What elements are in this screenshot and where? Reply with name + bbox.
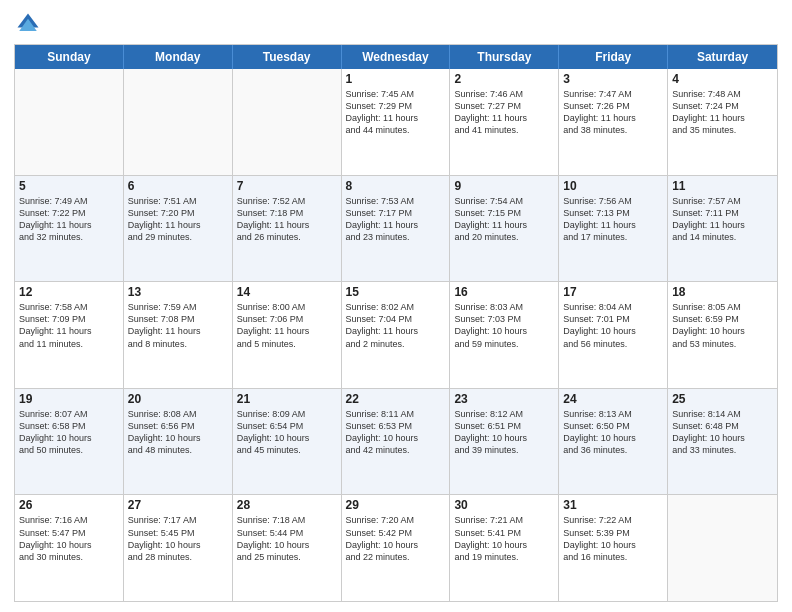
day-info: Sunrise: 7:21 AM Sunset: 5:41 PM Dayligh…: [454, 514, 554, 563]
weekday-header-thursday: Thursday: [450, 45, 559, 69]
day-number: 20: [128, 392, 228, 406]
day-number: 5: [19, 179, 119, 193]
calendar-day-21: 21Sunrise: 8:09 AM Sunset: 6:54 PM Dayli…: [233, 389, 342, 495]
day-info: Sunrise: 7:45 AM Sunset: 7:29 PM Dayligh…: [346, 88, 446, 137]
calendar-day-4: 4Sunrise: 7:48 AM Sunset: 7:24 PM Daylig…: [668, 69, 777, 175]
day-number: 7: [237, 179, 337, 193]
day-info: Sunrise: 7:57 AM Sunset: 7:11 PM Dayligh…: [672, 195, 773, 244]
day-number: 27: [128, 498, 228, 512]
day-info: Sunrise: 8:12 AM Sunset: 6:51 PM Dayligh…: [454, 408, 554, 457]
day-number: 19: [19, 392, 119, 406]
day-info: Sunrise: 7:56 AM Sunset: 7:13 PM Dayligh…: [563, 195, 663, 244]
day-number: 24: [563, 392, 663, 406]
day-info: Sunrise: 7:18 AM Sunset: 5:44 PM Dayligh…: [237, 514, 337, 563]
calendar-empty-cell: [15, 69, 124, 175]
day-number: 2: [454, 72, 554, 86]
weekday-header-sunday: Sunday: [15, 45, 124, 69]
calendar-day-6: 6Sunrise: 7:51 AM Sunset: 7:20 PM Daylig…: [124, 176, 233, 282]
day-number: 12: [19, 285, 119, 299]
calendar-day-17: 17Sunrise: 8:04 AM Sunset: 7:01 PM Dayli…: [559, 282, 668, 388]
calendar-day-11: 11Sunrise: 7:57 AM Sunset: 7:11 PM Dayli…: [668, 176, 777, 282]
day-info: Sunrise: 7:58 AM Sunset: 7:09 PM Dayligh…: [19, 301, 119, 350]
calendar-row-4: 19Sunrise: 8:07 AM Sunset: 6:58 PM Dayli…: [15, 388, 777, 495]
day-info: Sunrise: 8:09 AM Sunset: 6:54 PM Dayligh…: [237, 408, 337, 457]
calendar-day-8: 8Sunrise: 7:53 AM Sunset: 7:17 PM Daylig…: [342, 176, 451, 282]
day-info: Sunrise: 7:46 AM Sunset: 7:27 PM Dayligh…: [454, 88, 554, 137]
calendar-row-2: 5Sunrise: 7:49 AM Sunset: 7:22 PM Daylig…: [15, 175, 777, 282]
day-info: Sunrise: 7:49 AM Sunset: 7:22 PM Dayligh…: [19, 195, 119, 244]
day-number: 18: [672, 285, 773, 299]
calendar-row-3: 12Sunrise: 7:58 AM Sunset: 7:09 PM Dayli…: [15, 281, 777, 388]
day-number: 31: [563, 498, 663, 512]
calendar-day-28: 28Sunrise: 7:18 AM Sunset: 5:44 PM Dayli…: [233, 495, 342, 601]
calendar-day-19: 19Sunrise: 8:07 AM Sunset: 6:58 PM Dayli…: [15, 389, 124, 495]
day-number: 30: [454, 498, 554, 512]
logo-icon: [14, 10, 42, 38]
day-info: Sunrise: 7:22 AM Sunset: 5:39 PM Dayligh…: [563, 514, 663, 563]
day-info: Sunrise: 7:48 AM Sunset: 7:24 PM Dayligh…: [672, 88, 773, 137]
calendar-day-15: 15Sunrise: 8:02 AM Sunset: 7:04 PM Dayli…: [342, 282, 451, 388]
day-info: Sunrise: 8:00 AM Sunset: 7:06 PM Dayligh…: [237, 301, 337, 350]
day-info: Sunrise: 7:59 AM Sunset: 7:08 PM Dayligh…: [128, 301, 228, 350]
day-info: Sunrise: 7:52 AM Sunset: 7:18 PM Dayligh…: [237, 195, 337, 244]
calendar-day-23: 23Sunrise: 8:12 AM Sunset: 6:51 PM Dayli…: [450, 389, 559, 495]
calendar-empty-cell: [233, 69, 342, 175]
day-number: 28: [237, 498, 337, 512]
day-info: Sunrise: 7:51 AM Sunset: 7:20 PM Dayligh…: [128, 195, 228, 244]
calendar-day-31: 31Sunrise: 7:22 AM Sunset: 5:39 PM Dayli…: [559, 495, 668, 601]
day-info: Sunrise: 8:05 AM Sunset: 6:59 PM Dayligh…: [672, 301, 773, 350]
day-number: 9: [454, 179, 554, 193]
weekday-header-saturday: Saturday: [668, 45, 777, 69]
calendar-day-2: 2Sunrise: 7:46 AM Sunset: 7:27 PM Daylig…: [450, 69, 559, 175]
calendar: SundayMondayTuesdayWednesdayThursdayFrid…: [14, 44, 778, 602]
day-number: 21: [237, 392, 337, 406]
calendar-day-1: 1Sunrise: 7:45 AM Sunset: 7:29 PM Daylig…: [342, 69, 451, 175]
day-info: Sunrise: 7:20 AM Sunset: 5:42 PM Dayligh…: [346, 514, 446, 563]
day-number: 6: [128, 179, 228, 193]
day-number: 8: [346, 179, 446, 193]
day-number: 10: [563, 179, 663, 193]
header: [14, 10, 778, 38]
calendar-day-22: 22Sunrise: 8:11 AM Sunset: 6:53 PM Dayli…: [342, 389, 451, 495]
day-number: 3: [563, 72, 663, 86]
day-info: Sunrise: 7:53 AM Sunset: 7:17 PM Dayligh…: [346, 195, 446, 244]
calendar-day-26: 26Sunrise: 7:16 AM Sunset: 5:47 PM Dayli…: [15, 495, 124, 601]
calendar-day-7: 7Sunrise: 7:52 AM Sunset: 7:18 PM Daylig…: [233, 176, 342, 282]
weekday-header-wednesday: Wednesday: [342, 45, 451, 69]
calendar-day-10: 10Sunrise: 7:56 AM Sunset: 7:13 PM Dayli…: [559, 176, 668, 282]
day-number: 22: [346, 392, 446, 406]
day-number: 15: [346, 285, 446, 299]
day-info: Sunrise: 7:17 AM Sunset: 5:45 PM Dayligh…: [128, 514, 228, 563]
calendar-empty-cell: [124, 69, 233, 175]
day-info: Sunrise: 8:13 AM Sunset: 6:50 PM Dayligh…: [563, 408, 663, 457]
day-info: Sunrise: 8:08 AM Sunset: 6:56 PM Dayligh…: [128, 408, 228, 457]
day-info: Sunrise: 7:54 AM Sunset: 7:15 PM Dayligh…: [454, 195, 554, 244]
calendar-day-5: 5Sunrise: 7:49 AM Sunset: 7:22 PM Daylig…: [15, 176, 124, 282]
day-info: Sunrise: 8:11 AM Sunset: 6:53 PM Dayligh…: [346, 408, 446, 457]
day-number: 14: [237, 285, 337, 299]
calendar-header: SundayMondayTuesdayWednesdayThursdayFrid…: [15, 45, 777, 69]
day-info: Sunrise: 7:16 AM Sunset: 5:47 PM Dayligh…: [19, 514, 119, 563]
calendar-row-5: 26Sunrise: 7:16 AM Sunset: 5:47 PM Dayli…: [15, 494, 777, 601]
day-info: Sunrise: 8:07 AM Sunset: 6:58 PM Dayligh…: [19, 408, 119, 457]
day-info: Sunrise: 8:02 AM Sunset: 7:04 PM Dayligh…: [346, 301, 446, 350]
day-info: Sunrise: 7:47 AM Sunset: 7:26 PM Dayligh…: [563, 88, 663, 137]
day-info: Sunrise: 8:14 AM Sunset: 6:48 PM Dayligh…: [672, 408, 773, 457]
day-info: Sunrise: 8:04 AM Sunset: 7:01 PM Dayligh…: [563, 301, 663, 350]
weekday-header-tuesday: Tuesday: [233, 45, 342, 69]
day-number: 17: [563, 285, 663, 299]
calendar-day-20: 20Sunrise: 8:08 AM Sunset: 6:56 PM Dayli…: [124, 389, 233, 495]
page: SundayMondayTuesdayWednesdayThursdayFrid…: [0, 0, 792, 612]
calendar-day-27: 27Sunrise: 7:17 AM Sunset: 5:45 PM Dayli…: [124, 495, 233, 601]
calendar-day-24: 24Sunrise: 8:13 AM Sunset: 6:50 PM Dayli…: [559, 389, 668, 495]
calendar-day-12: 12Sunrise: 7:58 AM Sunset: 7:09 PM Dayli…: [15, 282, 124, 388]
calendar-day-13: 13Sunrise: 7:59 AM Sunset: 7:08 PM Dayli…: [124, 282, 233, 388]
day-info: Sunrise: 8:03 AM Sunset: 7:03 PM Dayligh…: [454, 301, 554, 350]
calendar-day-25: 25Sunrise: 8:14 AM Sunset: 6:48 PM Dayli…: [668, 389, 777, 495]
weekday-header-monday: Monday: [124, 45, 233, 69]
calendar-day-30: 30Sunrise: 7:21 AM Sunset: 5:41 PM Dayli…: [450, 495, 559, 601]
calendar-body: 1Sunrise: 7:45 AM Sunset: 7:29 PM Daylig…: [15, 69, 777, 601]
calendar-row-1: 1Sunrise: 7:45 AM Sunset: 7:29 PM Daylig…: [15, 69, 777, 175]
calendar-day-3: 3Sunrise: 7:47 AM Sunset: 7:26 PM Daylig…: [559, 69, 668, 175]
day-number: 13: [128, 285, 228, 299]
